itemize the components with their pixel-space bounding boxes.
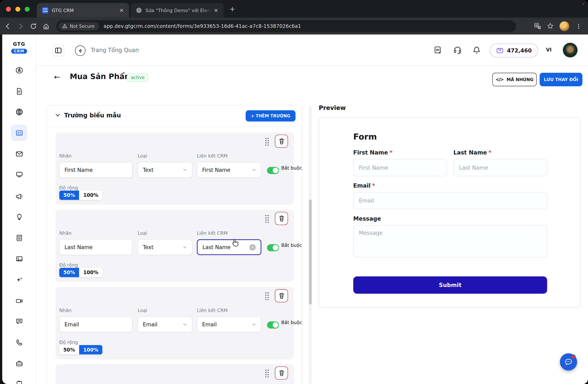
security-label: Not Secure [70, 23, 95, 29]
arrow-left-icon [78, 48, 83, 53]
tab-search-icon[interactable]: ⌄ [582, 1, 585, 6]
new-tab-button[interactable]: + [230, 6, 235, 12]
delete-field-button[interactable] [275, 366, 288, 380]
window-controls[interactable] [6, 7, 30, 12]
required-toggle[interactable] [267, 244, 279, 251]
sidebar-item-campaigns[interactable] [11, 188, 27, 204]
warning-icon [62, 23, 67, 28]
sidebar-item-documents[interactable] [11, 83, 27, 99]
header-back-button[interactable] [75, 45, 85, 56]
required-label: Bắt buộc [281, 241, 302, 250]
minimize-window-button[interactable] [15, 7, 20, 12]
field-type-select[interactable]: Text [138, 162, 192, 178]
sidebar-item-compass[interactable] [11, 62, 27, 78]
embed-code-button[interactable]: </> MÃ NHÚNG [492, 73, 537, 86]
bookmark-star-icon[interactable] [544, 20, 557, 32]
preview-field-input[interactable] [353, 159, 447, 176]
support-button[interactable] [453, 46, 462, 55]
field-type-select[interactable]: Text [138, 239, 192, 255]
ai-writer-button[interactable]: AI [434, 46, 443, 55]
field-name-input[interactable]: First Name [59, 162, 132, 178]
close-window-button[interactable] [6, 7, 11, 12]
sidebar-item-media[interactable] [11, 251, 27, 267]
required-asterisk: * [372, 182, 375, 189]
field-crm-select[interactable]: First Name ✕ [197, 162, 261, 178]
sidebar-item-ai[interactable] [11, 272, 27, 288]
preview-submit-button[interactable]: Submit [353, 277, 547, 294]
delete-field-button[interactable] [275, 135, 288, 148]
field-card [55, 364, 294, 384]
gtg-crm-app: GTG CRM Trang Tổng Quan AI [2, 35, 588, 384]
home-icon[interactable] [40, 20, 52, 32]
browser-menu-icon[interactable] [572, 20, 585, 32]
live-chat-fab[interactable] [560, 353, 577, 371]
sidebar-item-web[interactable] [11, 104, 27, 120]
translate-icon[interactable]: G [531, 20, 544, 32]
sidebar-item-screen[interactable] [11, 166, 27, 182]
not-secure-chip[interactable]: Not Secure [59, 22, 99, 30]
language-switcher[interactable]: VI [546, 47, 552, 52]
notifications-button[interactable] [472, 46, 481, 55]
drag-handle-icon[interactable] [264, 214, 270, 223]
chevron-down-icon[interactable] [55, 112, 60, 118]
headset-icon [453, 46, 462, 55]
sidebar-item-tasks[interactable] [11, 376, 27, 384]
drag-handle-icon[interactable] [264, 292, 270, 300]
drag-handle-icon[interactable] [264, 369, 270, 377]
width-option-100[interactable]: 100% [79, 191, 103, 200]
width-option-50[interactable]: 50% [59, 268, 79, 277]
sidebar-item-ideas[interactable] [11, 209, 27, 225]
required-toggle[interactable] [267, 167, 279, 174]
delete-field-button[interactable] [275, 212, 288, 225]
field-crm-select[interactable]: Email ✕ [197, 317, 261, 332]
field-type-select[interactable]: Email [138, 317, 192, 332]
close-tab-icon[interactable]: ✕ [212, 7, 220, 13]
forward-icon[interactable] [14, 20, 27, 32]
field-card: Nhãn Loại Liên kết CRM Email Email Email… [55, 287, 294, 359]
sidebar-item-content[interactable] [11, 230, 27, 246]
sidebar-item-messages[interactable] [11, 314, 27, 329]
width-option-100[interactable]: 100% [79, 345, 103, 354]
field-crm-select[interactable]: Last Name ✕ [197, 239, 261, 255]
address-bar[interactable]: Not Secure app.dev.gtgcrm.com/content/fo… [56, 20, 516, 32]
sidebar-toggle-button[interactable] [52, 44, 64, 56]
tab-strip: GTGCRM GTG CRM ✕ Sửa "Thống Demo" với El… [0, 0, 588, 18]
scrollbar-thumb[interactable] [309, 199, 312, 304]
tab-gtg-crm[interactable]: GTGCRM GTG CRM ✕ [37, 3, 129, 18]
width-label: Độ rộng [59, 262, 78, 268]
url-text[interactable]: app.dev.gtgcrm.com/content/forms/3e93365… [104, 23, 301, 29]
credits-pill[interactable]: 472,460 [490, 43, 538, 58]
back-icon[interactable] [1, 20, 14, 32]
clear-selection-icon[interactable]: ✕ [250, 244, 256, 251]
sidebar-item-business[interactable] [11, 356, 27, 371]
preview-field-input[interactable] [453, 159, 547, 176]
reload-icon[interactable] [27, 20, 40, 32]
field-name-input[interactable]: Email [59, 317, 132, 332]
sidebar-item-mail[interactable] [11, 146, 27, 162]
close-tab-icon[interactable]: ✕ [118, 7, 125, 13]
panel-header: Trường biểu mẫu + THÊM TRƯỜNG [47, 106, 302, 127]
user-avatar[interactable] [563, 43, 578, 58]
width-option-100[interactable]: 100% [79, 268, 103, 277]
chevron-down-icon [252, 322, 256, 326]
add-field-button[interactable]: + THÊM TRƯỜNG [246, 110, 295, 122]
width-option-50[interactable]: 50% [59, 345, 79, 354]
preview-form-title: Form [353, 132, 377, 141]
preview-field-textarea[interactable] [353, 225, 547, 257]
tab-elementor[interactable]: Sửa "Thống Demo" với Elem ✕ [130, 3, 223, 18]
field-name-input[interactable]: Last Name [59, 239, 132, 255]
delete-field-button[interactable] [275, 289, 288, 302]
drag-handle-icon[interactable] [264, 137, 270, 146]
sidebar-item-forms[interactable] [11, 125, 27, 141]
page-back-button[interactable]: ← [54, 73, 60, 81]
preview-field-input[interactable] [353, 192, 547, 209]
window-edge [0, 35, 2, 384]
width-option-50[interactable]: 50% [59, 191, 79, 200]
save-changes-button[interactable]: LƯU THAY ĐỔI [540, 73, 582, 86]
sidebar-item-calls[interactable] [11, 335, 27, 350]
zoom-window-button[interactable] [25, 7, 30, 12]
required-toggle[interactable] [267, 321, 279, 329]
browser-profile-avatar[interactable] [560, 21, 569, 31]
field-type-label: Loại [138, 230, 147, 236]
sidebar-item-video[interactable] [11, 293, 27, 309]
